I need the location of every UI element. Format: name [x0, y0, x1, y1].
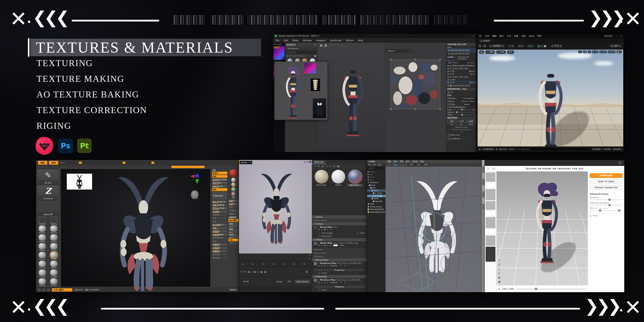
add-actor-dropdown[interactable]: +▾	[508, 44, 515, 48]
brush-tile[interactable]: CurveSt	[37, 260, 48, 269]
roughness-slider[interactable]: Roughness	[314, 268, 365, 272]
tab-untitled[interactable]: ▲未命名*	[478, 39, 492, 43]
caret-down-icon[interactable]: ▾	[447, 106, 448, 108]
basecolor-thumb[interactable]	[447, 134, 450, 137]
zoom-icon[interactable]: ⊙	[498, 272, 500, 274]
panel-slider-row[interactable]: 延迟半径 30	[212, 185, 228, 188]
surface-section[interactable]: ▾Surface:	[312, 222, 367, 226]
tab[interactable]	[104, 166, 138, 168]
brush-tile[interactable]: MaskPe	[37, 234, 48, 242]
roughness-map-thumb[interactable]	[314, 262, 317, 265]
toolbar-icon[interactable]	[392, 164, 394, 166]
tree-item-body[interactable]: body	[367, 203, 386, 206]
menu-edit[interactable]: 编辑	[492, 34, 496, 38]
normal-map-thumb[interactable]	[314, 226, 317, 229]
derived-data-dropdown[interactable]: 派生数据 ▾	[592, 148, 602, 151]
toolbar-icon[interactable]	[329, 44, 331, 46]
camera-icon[interactable]: ▣	[498, 280, 500, 283]
panel-row[interactable]: 查看遮罩	[212, 243, 228, 246]
unsaved-status[interactable]: 尚未保存	[604, 148, 611, 151]
toolbar-button[interactable]	[60, 162, 65, 163]
outliner-tab[interactable]: 大纲视图	[367, 160, 386, 163]
overdrive-slider[interactable]	[590, 200, 622, 200]
brush-tile[interactable]: Wrinkle	[37, 278, 48, 286]
tree-item-front[interactable]: front	[367, 176, 386, 178]
eye-icon[interactable]: ◉	[448, 49, 450, 51]
reflection-section[interactable]: Reflection:	[312, 254, 367, 258]
play-icon[interactable]: ▶	[254, 270, 256, 273]
panel-row[interactable]: 跳过加载	[228, 219, 238, 222]
save-icon[interactable]	[479, 45, 481, 47]
gear-icon[interactable]: ⚙	[304, 161, 306, 163]
panel-row-disabled[interactable]: 偏移量	[228, 212, 238, 215]
search-input[interactable]	[290, 51, 311, 53]
material-sphere[interactable]	[231, 182, 236, 187]
grid-view-icon[interactable]: ▦	[314, 55, 316, 57]
menu-help[interactable]: Help	[358, 39, 363, 42]
frame-fwd-icon[interactable]: ▷	[258, 270, 259, 273]
search-icon2[interactable]: ◉	[337, 165, 340, 168]
close-icon[interactable]: ✕	[314, 44, 316, 46]
layer-tool-icon[interactable]	[472, 62, 474, 64]
add-icon[interactable]: +	[314, 165, 316, 168]
menu-help[interactable]: 帮助	[537, 34, 542, 38]
transform-handle[interactable]	[440, 108, 441, 110]
tree-item-side[interactable]: side	[367, 178, 386, 182]
filter-icon[interactable]	[286, 55, 288, 57]
panel-row-disabled[interactable]: 删除高级	[212, 256, 228, 259]
cmd-dropdown[interactable]: Cmd ▾	[509, 148, 515, 150]
panel-slider-row[interactable]: 延迟步进 0.0145	[212, 178, 228, 181]
mirror-checkbox[interactable]	[590, 215, 592, 217]
select-tool-icon[interactable]	[578, 50, 582, 53]
exposure-value[interactable]: 0.00	[408, 164, 414, 166]
tab-active[interactable]	[171, 166, 204, 168]
grid-icon[interactable]: ▦	[320, 44, 322, 47]
panel-row-disabled[interactable]: 平滑细分	[228, 209, 238, 212]
panel-row[interactable]: 边缘 0	[228, 199, 238, 202]
output-log-button[interactable]: 输出日志	[499, 148, 507, 151]
view-transform-value[interactable]: ACES	[423, 164, 429, 166]
content-drawer-icon[interactable]	[479, 148, 481, 150]
toolbar-icon[interactable]	[390, 164, 391, 166]
nav-gizmo[interactable]	[190, 173, 205, 190]
brush-tile[interactable]: SelectLa	[48, 216, 59, 225]
rotation-slider[interactable]	[455, 112, 474, 112]
menu-actor[interactable]: Actor	[529, 35, 534, 37]
brush-tile-selected[interactable]: SK_Pen	[48, 252, 59, 260]
texture-section[interactable]: ›Texture	[312, 215, 367, 218]
panel-row[interactable]: RSharp RSoft	[212, 207, 228, 210]
menu-window[interactable]: Window	[303, 39, 312, 42]
freehand-stroke-tile[interactable]: Z	[37, 185, 59, 197]
window-titlebar[interactable]: U 文件 编辑 窗口 工具 构建 选择 Actor 帮助 我的项目 — ✕	[477, 34, 624, 38]
minimize-icon[interactable]: —	[616, 35, 618, 37]
prop-tab-icon[interactable]	[450, 91, 453, 94]
rig-viewport[interactable]	[386, 166, 482, 292]
displacement-section[interactable]: Displacement:	[312, 218, 367, 222]
layer-row[interactable]: ◉Levels - Base color	[446, 76, 476, 78]
download-button[interactable]: DOWNLOAD	[590, 173, 622, 178]
grid-icon[interactable]: ▦	[324, 44, 327, 47]
output-log-icon[interactable]	[496, 148, 498, 150]
character-actor[interactable]	[527, 59, 574, 146]
assets-search[interactable]	[286, 51, 316, 54]
flipx-checkbox[interactable]	[357, 232, 359, 234]
draw-button[interactable]: 绘制	[49, 161, 58, 165]
filter-icon[interactable]	[303, 55, 305, 57]
brush-tile[interactable]: IMM Pri	[48, 260, 59, 269]
animation-thumb[interactable]	[486, 236, 496, 246]
tree-item-objectset[interactable]: defaultObjectSet	[367, 211, 386, 214]
panel-row[interactable]: 相对	[212, 188, 228, 191]
panel-row-disabled[interactable]: 删除变换目标	[212, 236, 228, 239]
skip-end-icon[interactable]: ▶	[261, 270, 262, 273]
toolbar-icon[interactable]	[333, 44, 335, 46]
transform-handle[interactable]	[414, 59, 416, 60]
reflectivity-section[interactable]: ▾Reflectivity:	[312, 275, 367, 278]
bottom-icon[interactable]	[47, 289, 50, 291]
refresh-icon[interactable]: ↻	[318, 165, 320, 168]
panel-slider-row[interactable]: 锐度 0 柔和度	[212, 204, 228, 206]
armspace-slider[interactable]	[590, 205, 622, 206]
uv-texture-canvas[interactable]	[390, 60, 440, 109]
tab[interactable]	[205, 166, 238, 168]
brush-tile[interactable]: MaskLa	[48, 234, 59, 242]
offset-slider[interactable]	[454, 115, 473, 115]
